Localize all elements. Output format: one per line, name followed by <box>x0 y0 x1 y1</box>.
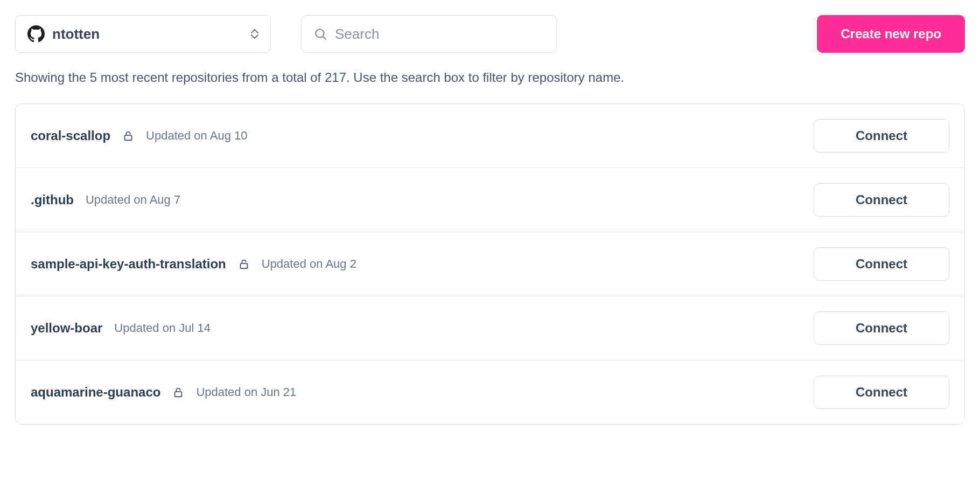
connect-button[interactable]: Connect <box>814 119 949 152</box>
svg-rect-3 <box>240 263 247 268</box>
repo-row: coral-scallopUpdated on Aug 10Connect <box>16 104 964 168</box>
svg-rect-2 <box>125 135 132 140</box>
repo-updated: Updated on Jul 14 <box>114 321 211 335</box>
repo-name: coral-scallop <box>31 128 110 143</box>
lock-icon <box>172 386 184 398</box>
summary-text: Showing the 5 most recent repositories f… <box>15 70 965 85</box>
repo-name: aquamarine-guanaco <box>31 385 160 400</box>
github-icon <box>27 25 45 43</box>
svg-line-1 <box>323 37 326 39</box>
search-input[interactable] <box>335 26 544 43</box>
chevron-up-down-icon <box>251 29 258 39</box>
connect-button[interactable]: Connect <box>814 311 949 345</box>
repo-info: sample-api-key-auth-translationUpdated o… <box>31 256 814 272</box>
lock-icon <box>238 258 250 270</box>
repo-info: coral-scallopUpdated on Aug 10 <box>31 128 814 143</box>
connect-button[interactable]: Connect <box>814 183 949 217</box>
repo-updated: Updated on Aug 10 <box>146 129 247 143</box>
repo-updated: Updated on Aug 2 <box>262 257 356 271</box>
account-select[interactable]: ntotten <box>15 15 271 53</box>
connect-button[interactable]: Connect <box>814 247 949 281</box>
repo-info: .githubUpdated on Aug 7 <box>31 192 814 207</box>
toolbar: ntotten Create new repo <box>15 15 965 53</box>
repo-row: yellow-boarUpdated on Jul 14Connect <box>16 296 964 360</box>
repo-name: sample-api-key-auth-translation <box>31 256 226 272</box>
svg-rect-4 <box>175 392 182 397</box>
repo-info: yellow-boarUpdated on Jul 14 <box>31 321 814 336</box>
lock-icon <box>122 130 134 142</box>
repo-name: .github <box>31 192 74 207</box>
repo-list: coral-scallopUpdated on Aug 10Connect.gi… <box>15 103 965 425</box>
repo-updated: Updated on Aug 7 <box>86 193 180 207</box>
repo-row: aquamarine-guanacoUpdated on Jun 21Conne… <box>16 360 964 424</box>
create-repo-button[interactable]: Create new repo <box>817 15 965 53</box>
repo-row: .githubUpdated on Aug 7Connect <box>16 168 964 232</box>
repo-row: sample-api-key-auth-translationUpdated o… <box>16 232 964 296</box>
search-icon <box>313 27 327 41</box>
connect-button[interactable]: Connect <box>814 376 949 409</box>
account-name: ntotten <box>52 26 243 43</box>
repo-name: yellow-boar <box>31 321 102 336</box>
repo-updated: Updated on Jun 21 <box>196 385 296 399</box>
search-field[interactable] <box>301 15 557 53</box>
repo-info: aquamarine-guanacoUpdated on Jun 21 <box>31 385 814 400</box>
